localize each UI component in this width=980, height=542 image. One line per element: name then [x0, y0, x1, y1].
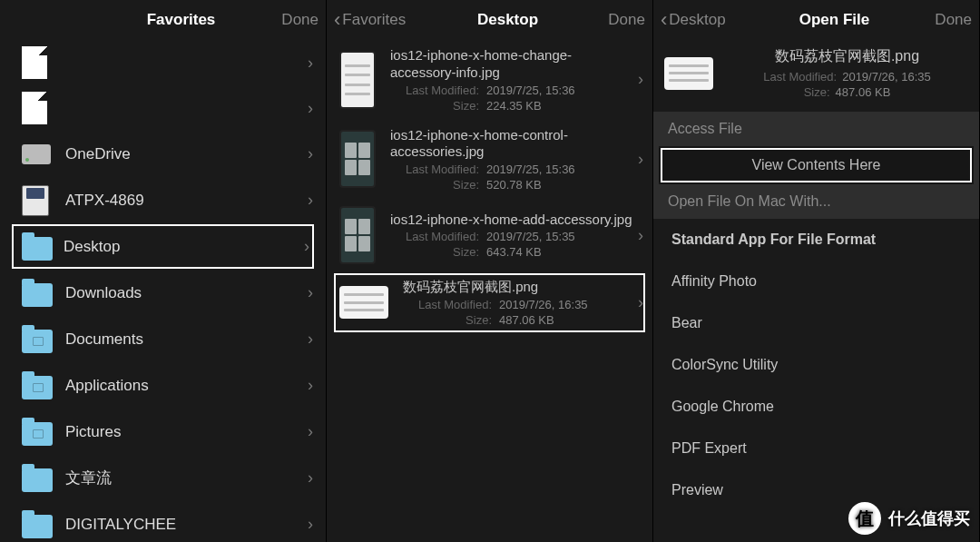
chevron-right-icon: ›: [638, 293, 643, 312]
folder-icon: [22, 511, 65, 538]
folder-icon: [22, 326, 65, 353]
item-label: Pictures: [65, 423, 308, 441]
favorite-item-onedrive[interactable]: OneDrive ›: [0, 131, 326, 177]
section-open-with: Open File On Mac With...: [653, 184, 979, 219]
chevron-right-icon: ›: [308, 54, 313, 73]
disk-icon: [22, 185, 65, 216]
chevron-right-icon: ›: [308, 376, 313, 395]
document-icon: [22, 46, 65, 79]
app-option[interactable]: Bear: [653, 302, 979, 344]
favorite-item-file[interactable]: ›: [0, 85, 326, 131]
chevron-right-icon: ›: [308, 468, 313, 488]
chevron-left-icon: ‹: [334, 10, 340, 30]
nav-back-button[interactable]: ‹ Desktop: [661, 10, 742, 30]
file-row[interactable]: 数码荔枝官网截图.png Last Modified:2019/7/26, 16…: [332, 271, 647, 334]
favorite-item-disk[interactable]: ATPX-4869 ›: [0, 177, 326, 223]
file-list-pane: ‹ Favorites Desktop Done ios12-iphone-x-…: [327, 0, 653, 542]
folder-icon: [22, 465, 65, 492]
chevron-right-icon: ›: [638, 226, 643, 245]
open-file-pane: ‹ Desktop Open File Done 数码荔枝官网截图.png La…: [653, 0, 980, 542]
chevron-right-icon: ›: [308, 144, 313, 163]
done-button[interactable]: Done: [273, 11, 318, 29]
view-contents-button[interactable]: View Contents Here: [659, 146, 974, 184]
file-thumbnail: [664, 57, 713, 90]
favorites-list: › › OneDrive › ATPX-4869 › Desktop › Dow…: [0, 40, 326, 542]
file-thumbnail: [339, 206, 376, 264]
file-list: ios12-iphone-x-home-change-accessory-inf…: [327, 40, 652, 542]
favorite-item-folder[interactable]: DIGITALYCHEE ›: [0, 501, 326, 542]
chevron-right-icon: ›: [308, 191, 313, 210]
item-label: 文章流: [65, 468, 308, 488]
file-meta: ios12-iphone-x-home-change-accessory-inf…: [390, 47, 632, 113]
file-name: ios12-iphone-x-home-control-accessories.…: [390, 127, 632, 162]
favorite-item-folder[interactable]: 文章流 ›: [0, 455, 326, 501]
nav-back-label: Favorites: [342, 11, 406, 29]
nav-back-button[interactable]: ‹ Favorites: [334, 10, 416, 30]
app-option[interactable]: Google Chrome: [653, 386, 979, 428]
favorite-item-downloads[interactable]: Downloads ›: [0, 270, 326, 316]
favorite-item-documents[interactable]: Documents ›: [0, 316, 326, 362]
done-button[interactable]: Done: [926, 11, 972, 29]
favorite-item-desktop[interactable]: Desktop ›: [11, 223, 315, 270]
navbar: ‹ Favorites Done: [0, 0, 326, 40]
folder-icon: [22, 233, 64, 261]
chevron-right-icon: ›: [638, 150, 643, 169]
navbar: ‹ Desktop Open File Done: [653, 0, 979, 40]
item-label: Desktop: [64, 238, 304, 256]
nav-title: Desktop: [477, 11, 538, 29]
app-option[interactable]: PDF Expert: [653, 428, 979, 469]
file-name: ios12-iphone-x-home-add-accessory.jpg: [390, 212, 632, 229]
chevron-left-icon: ‹: [661, 10, 667, 30]
item-label: DIGITALYCHEE: [65, 516, 308, 534]
file-name: ios12-iphone-x-home-change-accessory-inf…: [390, 47, 632, 82]
app-option[interactable]: Affinity Photo: [653, 261, 979, 302]
done-button[interactable]: Done: [600, 11, 645, 29]
item-label: ATPX-4869: [65, 192, 308, 210]
file-meta: ios12-iphone-x-home-add-accessory.jpg La…: [390, 212, 632, 260]
favorite-item-pictures[interactable]: Pictures ›: [0, 409, 326, 455]
nav-title: Favorites: [147, 11, 216, 29]
file-thumbnail: [339, 51, 376, 109]
app-option-standard[interactable]: Standard App For File Format: [653, 219, 979, 261]
watermark: 值 什么值得买: [848, 502, 970, 535]
file-meta: 数码荔枝官网截图.png Last Modified:2019/7/26, 16…: [403, 279, 632, 327]
file-row[interactable]: ios12-iphone-x-home-change-accessory-inf…: [327, 40, 652, 120]
favorite-item-file[interactable]: ›: [0, 40, 326, 85]
folder-icon: [22, 419, 65, 446]
file-thumbnail: [339, 130, 376, 188]
section-access-file: Access File: [653, 112, 979, 146]
item-label: Applications: [65, 377, 308, 395]
chevron-right-icon: ›: [308, 283, 313, 302]
item-label: OneDrive: [65, 145, 308, 163]
nav-title: Open File: [799, 11, 869, 29]
file-row[interactable]: ios12-iphone-x-home-control-accessories.…: [327, 120, 652, 200]
favorite-item-applications[interactable]: Applications ›: [0, 362, 326, 409]
chevron-right-icon: ›: [308, 330, 313, 349]
folder-icon: [22, 280, 65, 307]
favorites-pane: ‹ Favorites Done › › OneDrive › ATPX-486…: [0, 0, 327, 542]
file-meta: ios12-iphone-x-home-control-accessories.…: [390, 127, 632, 192]
chevron-right-icon: ›: [304, 237, 309, 256]
item-label: Downloads: [65, 284, 308, 302]
chevron-right-icon: ›: [308, 515, 313, 534]
drive-icon: [22, 144, 65, 164]
chevron-right-icon: ›: [308, 99, 313, 118]
navbar: ‹ Favorites Desktop Done: [327, 0, 652, 40]
nav-back-label: Desktop: [669, 11, 725, 29]
folder-icon: [22, 372, 65, 399]
app-option[interactable]: ColorSync Utility: [653, 344, 979, 386]
file-name: 数码荔枝官网截图.png: [726, 47, 968, 66]
file-name: 数码荔枝官网截图.png: [403, 279, 632, 296]
item-label: Documents: [65, 330, 308, 349]
file-summary: 数码荔枝官网截图.png Last Modified:2019/7/26, 16…: [653, 40, 979, 112]
watermark-badge-icon: 值: [848, 502, 881, 535]
file-row[interactable]: ios12-iphone-x-home-add-accessory.jpg La…: [327, 199, 652, 271]
chevron-right-icon: ›: [308, 422, 313, 441]
file-thumbnail: [339, 286, 388, 319]
document-icon: [22, 92, 65, 124]
chevron-right-icon: ›: [638, 70, 643, 89]
watermark-text: 什么值得买: [888, 508, 970, 529]
